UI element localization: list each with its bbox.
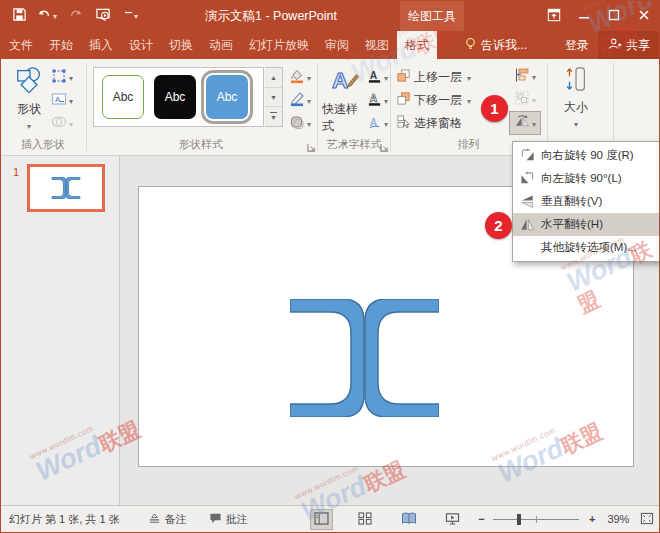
sign-in-button[interactable]: 登录 [556,31,598,59]
wordart-dialog-launcher[interactable] [380,141,390,151]
group-objects-button [514,89,536,109]
shape-style-swatch-black[interactable]: Abc [154,75,196,119]
comments-button[interactable]: 批注 [209,512,248,527]
comments-icon [209,512,222,527]
save-button[interactable] [7,4,31,28]
flip-horizontal-icon [513,217,541,232]
rotate-dropdown-arrow [532,116,536,130]
text-effects-icon: A [367,114,382,133]
powerpoint-window: 演示文稿1 - PowerPoint 绘图工具 文件 开始 插入 设计 切换 动… [0,0,660,533]
menu-item-more-rotation-options[interactable]: 其他旋转选项(M)... [513,236,659,259]
rotate-objects-button[interactable] [509,111,541,135]
merge-shapes-dropdown-arrow [69,116,73,130]
tab-insert[interactable]: 插入 [81,31,121,59]
menu-item-rotate-left-90[interactable]: 向左旋转 90°(L) [513,167,659,190]
gallery-scroll-up-button[interactable]: ▲ [265,68,282,88]
normal-view-icon [314,512,329,527]
slideshow-view-button[interactable] [441,509,465,530]
send-backward-button[interactable]: 下移一层 [396,89,471,111]
title-bar: 演示文稿1 - PowerPoint 绘图工具 [1,1,659,31]
reading-view-button[interactable] [397,509,421,530]
start-slideshow-button[interactable] [91,4,115,28]
svg-text:A: A [370,92,378,103]
rotate-right-icon [513,148,541,163]
close-button[interactable] [629,1,659,31]
shape-outline-button[interactable] [289,90,311,110]
align-objects-icon [514,67,530,86]
window-controls [539,1,659,31]
shape-outline-dropdown-arrow [307,93,311,107]
ribbon-display-options-button[interactable] [539,1,569,31]
edit-shape-icon [51,68,67,87]
text-fill-button[interactable]: A [367,67,388,87]
undo-button[interactable] [35,4,59,28]
shape-style-swatch-blue-selected[interactable]: Abc [206,75,248,119]
tab-slideshow[interactable]: 幻灯片放映 [241,31,317,59]
menu-item-flip-horizontal[interactable]: 水平翻转(H) [513,213,659,236]
wordart-quick-styles-icon: A [330,65,360,98]
tab-format[interactable]: 格式 [397,31,437,59]
text-outline-icon: A [367,91,382,110]
tab-file[interactable]: 文件 [1,31,41,59]
zoom-slider[interactable] [493,519,579,520]
save-icon [12,7,27,25]
edit-shape-button[interactable] [51,67,73,87]
size-button[interactable]: 大小 [553,65,599,130]
selection-pane-icon [396,114,411,132]
shapes-button[interactable]: 形状 [9,65,49,132]
shape-effects-button[interactable] [289,113,311,133]
normal-view-button[interactable] [310,509,334,530]
lightbulb-icon [464,37,477,54]
maximize-button[interactable] [599,1,629,31]
notes-button[interactable]: 备注 [148,512,187,527]
shape-fill-icon [289,68,305,87]
insert-shapes-small-buttons: A [51,67,73,133]
slide-thumbnail[interactable] [27,164,105,212]
tab-home[interactable]: 开始 [41,31,81,59]
zoom-slider-tick [536,516,537,523]
selection-pane-button[interactable]: 选择窗格 [396,112,462,134]
size-icon [563,65,589,96]
status-bar: 幻灯片 第 1 张, 共 1 张 备注 批注 − + 39% [1,505,659,532]
slide-sorter-view-button[interactable] [353,509,377,530]
tab-animations[interactable]: 动画 [201,31,241,59]
shape-style-swatch-green-outline[interactable]: Abc [102,75,144,119]
fit-to-window-button[interactable] [635,509,659,530]
tab-view[interactable]: 视图 [357,31,397,59]
text-effects-button[interactable]: A [367,113,388,133]
notes-icon [148,512,161,527]
share-button[interactable]: 共享 [598,31,659,59]
shape-fill-button[interactable] [289,67,311,87]
shape-style-gallery: Abc Abc Abc [93,67,264,127]
zoom-in-button[interactable]: + [589,513,595,525]
align-button[interactable] [514,66,536,86]
zoom-out-button[interactable]: − [478,513,484,525]
bracket-pair-shape[interactable] [290,299,439,417]
rotate-dropdown-menu: 向右旋转 90 度(R) 向左旋转 90°(L) 垂直翻转(V) 水平翻转(H)… [512,141,660,262]
minimize-button[interactable] [569,1,599,31]
bring-forward-button[interactable]: 上移一层 [396,66,471,88]
svg-text:A: A [55,95,61,104]
shape-styles-dialog-launcher[interactable] [307,141,317,151]
text-box-icon: A [51,91,67,110]
slide-indicator[interactable]: 幻灯片 第 1 张, 共 1 张 [9,512,120,527]
text-box-button[interactable]: A [51,90,73,110]
menu-item-flip-vertical[interactable]: 垂直翻转(V) [513,190,659,213]
tab-design[interactable]: 设计 [121,31,161,59]
tab-transitions[interactable]: 切换 [161,31,201,59]
slide-sorter-icon [358,512,372,527]
text-outline-dropdown-arrow [384,93,388,107]
maximize-icon [608,9,620,24]
text-outline-button[interactable]: A [367,90,388,110]
tell-me-box[interactable]: 告诉我... [455,31,536,59]
gallery-more-button[interactable]: ▼ [265,107,282,126]
gallery-scroll-down-button[interactable]: ▼ [265,88,282,108]
tab-review[interactable]: 审阅 [317,31,357,59]
shapes-icon [14,65,44,98]
customize-qat-button[interactable] [119,4,143,28]
zoom-slider-thumb[interactable] [517,514,521,525]
align-dropdown-arrow [532,69,536,83]
zoom-level[interactable]: 39% [607,513,629,525]
bring-forward-dropdown-arrow [465,70,471,84]
menu-item-rotate-right-90[interactable]: 向右旋转 90 度(R) [513,144,659,167]
